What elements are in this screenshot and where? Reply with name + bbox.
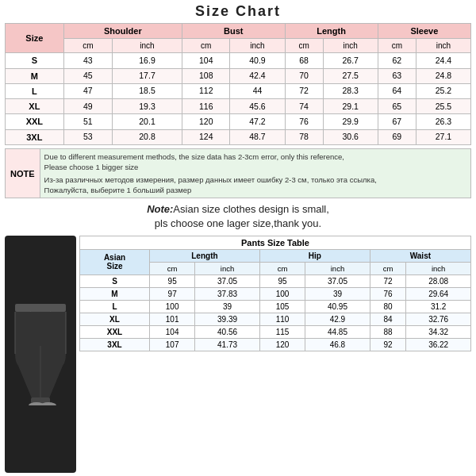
bust-inch-val: 48.7 <box>230 129 285 144</box>
pants-l-cm-val: 95 <box>150 274 195 287</box>
sleeve-inch: inch <box>416 39 470 53</box>
svg-rect-0 <box>15 304 66 312</box>
shoulder-inch-val: 20.1 <box>113 114 182 129</box>
pants-h-inch-val: 42.9 <box>305 313 370 325</box>
pants-l-inch: inch <box>195 262 260 274</box>
sleeve-header: Sleeve <box>378 24 470 39</box>
pants-size-cell: 3XL <box>80 338 150 351</box>
pants-size-header: AsianSize <box>80 249 150 274</box>
bust-inch-val: 42.4 <box>230 68 285 83</box>
main-title: Size Chart <box>5 3 471 20</box>
bust-cm-val: 116 <box>182 99 229 114</box>
pants-l-cm-val: 100 <box>150 300 195 313</box>
note-content: Due to different measurement methods, th… <box>40 149 470 198</box>
pants-table-title: Pants Size Table <box>79 236 471 249</box>
pants-table: AsianSize Length Hip Waist cm inch cm in… <box>79 249 471 351</box>
shoulder-cm-val: 45 <box>63 68 112 83</box>
pants-l-cm-val: 104 <box>150 325 195 338</box>
size-cell: XL <box>6 99 64 114</box>
length-cm-val: 68 <box>285 53 323 68</box>
shoulder-inch-val: 16.9 <box>113 53 182 68</box>
note-text: Note:Asian size clothes design is small,… <box>5 202 471 231</box>
bust-cm-val: 108 <box>182 68 229 83</box>
bust-inch-val: 45.6 <box>230 99 285 114</box>
pants-size-cell: XXL <box>80 325 150 338</box>
bust-cm-val: 120 <box>182 114 229 129</box>
shoulder-inch-val: 17.7 <box>113 68 182 83</box>
pants-h-cm-val: 120 <box>259 338 305 351</box>
pants-w-inch-val: 36.22 <box>406 338 471 351</box>
length-inch: inch <box>323 39 378 53</box>
pants-length-header: Length <box>150 249 260 262</box>
table-row: M 45 17.7 108 42.4 70 27.5 63 24.8 <box>6 68 471 83</box>
shoulder-inch-val: 20.8 <box>113 129 182 144</box>
sleeve-inch-val: 24.8 <box>416 68 470 83</box>
shoulder-cm: cm <box>63 39 112 53</box>
pants-l-inch-val: 41.73 <box>195 338 260 351</box>
sleeve-inch-val: 25.5 <box>416 99 470 114</box>
pants-w-inch-val: 28.08 <box>406 274 471 287</box>
pants-waist-header: Waist <box>370 249 470 262</box>
page: Size Chart Size Shoulder Bust Length Sle… <box>0 0 476 476</box>
size-cell: XXL <box>6 114 64 129</box>
length-inch-val: 28.3 <box>323 83 378 98</box>
shoulder-inch: inch <box>113 39 182 53</box>
bust-cm-val: 112 <box>182 83 229 98</box>
pants-l-inch-val: 40.56 <box>195 325 260 338</box>
pants-w-inch-val: 29.64 <box>406 287 471 300</box>
length-cm-val: 72 <box>285 83 323 98</box>
sleeve-cm-val: 62 <box>378 53 416 68</box>
pants-h-inch-val: 37.05 <box>305 274 370 287</box>
pants-h-cm-val: 95 <box>259 274 305 287</box>
length-inch-val: 29.9 <box>323 114 378 129</box>
pants-w-inch-val: 32.76 <box>406 313 471 325</box>
pants-l-inch-val: 39.39 <box>195 313 260 325</box>
note-label: NOTE <box>6 149 40 198</box>
pants-l-cm: cm <box>150 262 195 274</box>
pants-h-inch-val: 40.95 <box>305 300 370 313</box>
size-chart-table: Size Shoulder Bust Length Sleeve cm inch… <box>5 23 471 145</box>
pants-hip-header: Hip <box>259 249 370 262</box>
table-row: S 43 16.9 104 40.9 68 26.7 62 24.4 <box>6 53 471 68</box>
bust-cm-val: 104 <box>182 53 229 68</box>
pants-size-cell: L <box>80 300 150 313</box>
pants-w-cm-val: 76 <box>370 287 406 300</box>
pants-h-cm-val: 100 <box>259 287 305 300</box>
sleeve-inch-val: 24.4 <box>416 53 470 68</box>
sleeve-cm: cm <box>378 39 416 53</box>
pants-h-cm-val: 110 <box>259 313 305 325</box>
note-row: NOTE Due to different measurement method… <box>5 148 471 198</box>
pants-h-inch-val: 44.85 <box>305 325 370 338</box>
table-row: XL 49 19.3 116 45.6 74 29.1 65 25.5 <box>6 99 471 114</box>
pants-w-cm-val: 72 <box>370 274 406 287</box>
sleeve-inch-val: 27.1 <box>416 129 470 144</box>
note-prefix: Note: <box>147 203 173 215</box>
pants-size-cell: M <box>80 287 150 300</box>
pants-table-row: L 100 39 105 40.95 80 31.2 <box>80 300 471 313</box>
shoulder-cm-val: 49 <box>63 99 112 114</box>
pants-l-inch-val: 37.83 <box>195 287 260 300</box>
length-inch-val: 29.1 <box>323 99 378 114</box>
pants-w-inch-val: 31.2 <box>406 300 471 313</box>
shoulder-header: Shoulder <box>63 24 182 39</box>
pants-l-inch-val: 39 <box>195 300 260 313</box>
pants-w-cm-val: 84 <box>370 313 406 325</box>
bust-header: Bust <box>182 24 285 39</box>
bust-inch-val: 44 <box>230 83 285 98</box>
pants-l-cm-val: 97 <box>150 287 195 300</box>
pants-w-inch-val: 34.32 <box>406 325 471 338</box>
pants-image <box>5 236 76 473</box>
sleeve-cm-val: 65 <box>378 99 416 114</box>
pants-h-inch-val: 46.8 <box>305 338 370 351</box>
pants-h-cm: cm <box>259 262 305 274</box>
note-en: Due to different measurement methods, th… <box>44 152 466 173</box>
length-cm-val: 78 <box>285 129 323 144</box>
table-row: XXL 51 20.1 120 47.2 76 29.9 67 26.3 <box>6 114 471 129</box>
length-inch-val: 26.7 <box>323 53 378 68</box>
pants-table-row: XXL 104 40.56 115 44.85 88 34.32 <box>80 325 471 338</box>
size-cell: S <box>6 53 64 68</box>
pants-l-inch-val: 37.05 <box>195 274 260 287</box>
pants-table-row: M 97 37.83 100 39 76 29.64 <box>80 287 471 300</box>
table-row: 3XL 53 20.8 124 48.7 78 30.6 69 27.1 <box>6 129 471 144</box>
pants-w-inch: inch <box>406 262 471 274</box>
